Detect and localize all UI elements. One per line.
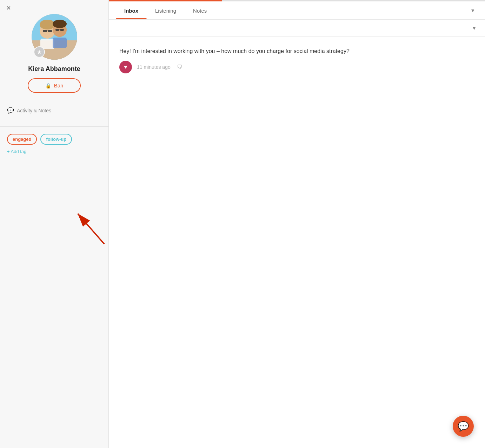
- chat-support-icon: 💬: [458, 421, 469, 432]
- chat-support-button[interactable]: 💬: [453, 416, 474, 437]
- reply-icon: 🗨: [177, 64, 182, 70]
- close-button[interactable]: ×: [6, 4, 11, 12]
- messages-area: Hey! I'm interested in working with you …: [109, 37, 485, 448]
- svg-rect-5: [48, 30, 52, 32]
- sidebar: ×: [0, 0, 109, 448]
- svg-rect-13: [53, 38, 67, 48]
- filter-bar: ▼: [109, 20, 485, 37]
- tag-followup[interactable]: follow-up: [40, 134, 72, 145]
- heart-button[interactable]: ♥: [119, 61, 132, 73]
- timestamp: 11 minutes ago: [137, 64, 171, 70]
- message-text: Hey! I'm interested in working with you …: [119, 47, 358, 56]
- divider: [0, 100, 108, 100]
- star-badge: ★: [34, 46, 45, 58]
- user-name: Kiera Abbamonte: [28, 65, 80, 73]
- divider-2: [0, 126, 108, 127]
- tab-listening[interactable]: Listening: [147, 1, 185, 19]
- lock-icon: 🔒: [45, 83, 51, 88]
- tabs-bar: Inbox Listening Notes ▼: [109, 1, 485, 20]
- dropdown-arrow-icon[interactable]: ▼: [467, 5, 478, 16]
- tab-notes[interactable]: Notes: [185, 1, 215, 19]
- avatar-wrapper: ★: [32, 14, 77, 60]
- filter-dropdown-icon[interactable]: ▼: [469, 22, 479, 34]
- svg-rect-9: [55, 29, 59, 31]
- tag-engaged[interactable]: engaged: [7, 134, 37, 145]
- tags-area: engaged follow-up: [0, 134, 108, 145]
- svg-line-16: [78, 214, 105, 244]
- main-container: ×: [0, 0, 485, 448]
- arrow-annotation: [66, 206, 112, 244]
- tab-inbox[interactable]: Inbox: [116, 1, 147, 19]
- add-tag-link[interactable]: + Add tag: [0, 149, 108, 154]
- activity-notes-label: 💬 Activity & Notes: [0, 107, 108, 114]
- ban-button[interactable]: 🔒 Ban: [28, 78, 81, 93]
- svg-rect-4: [43, 30, 47, 32]
- svg-point-8: [53, 20, 67, 28]
- bubble-icon: 💬: [7, 107, 14, 114]
- content-area: Inbox Listening Notes ▼ ▼ Hey! I'm inter…: [109, 0, 485, 448]
- message-bubble: Hey! I'm interested in working with you …: [119, 47, 358, 73]
- svg-rect-10: [60, 29, 64, 31]
- message-meta: ♥ 11 minutes ago 🗨: [119, 61, 358, 73]
